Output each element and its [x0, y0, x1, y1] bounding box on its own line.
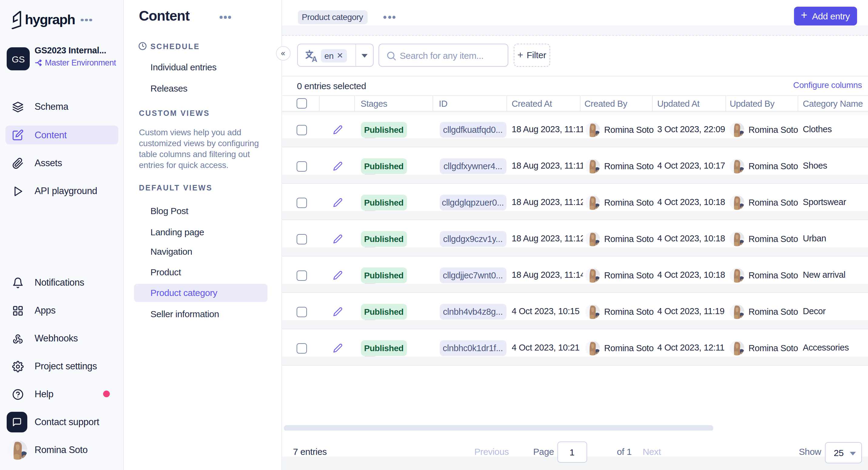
svg-text:A: A [312, 55, 317, 63]
